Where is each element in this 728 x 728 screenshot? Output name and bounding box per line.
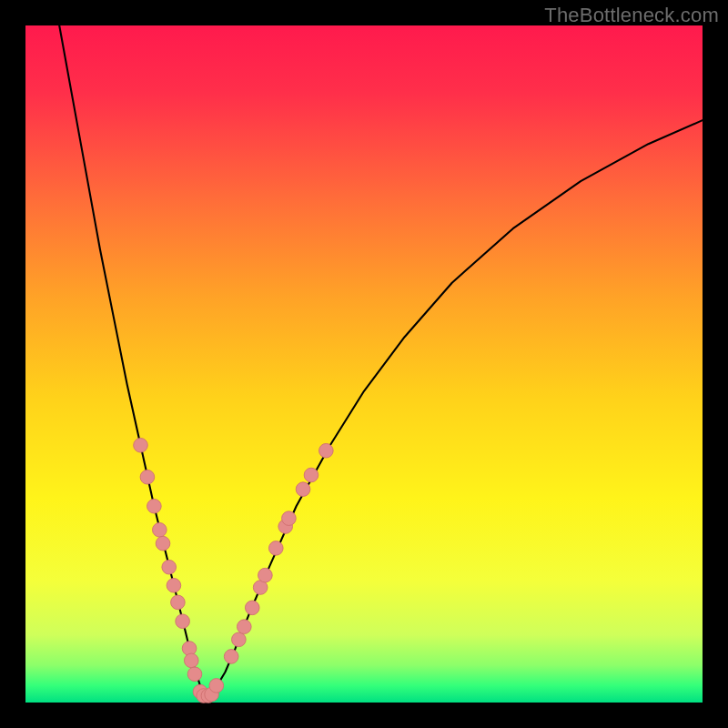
highlighted-points (134, 438, 333, 703)
data-point (304, 468, 318, 482)
data-point (153, 522, 167, 537)
data-point (156, 536, 170, 551)
data-point (176, 614, 190, 629)
data-point (282, 511, 297, 526)
watermark-text: TheBottleneck.com (544, 4, 719, 27)
data-point (224, 650, 238, 664)
chart-frame: TheBottleneck.com (0, 0, 728, 728)
data-point (147, 499, 162, 513)
data-point (296, 482, 310, 497)
data-point (187, 667, 202, 682)
data-point (171, 595, 186, 610)
data-point (184, 653, 198, 668)
data-point (209, 679, 224, 693)
data-point (140, 470, 155, 484)
data-point (245, 601, 259, 615)
data-point (134, 438, 148, 452)
data-point (319, 443, 334, 458)
curve-layer (25, 25, 703, 703)
data-point (258, 568, 273, 582)
plot-area (25, 25, 703, 703)
data-point (167, 578, 181, 592)
bottleneck-curve (59, 25, 703, 696)
data-point (268, 541, 283, 556)
data-point (238, 620, 252, 634)
data-point (232, 632, 247, 647)
data-point (162, 560, 177, 574)
